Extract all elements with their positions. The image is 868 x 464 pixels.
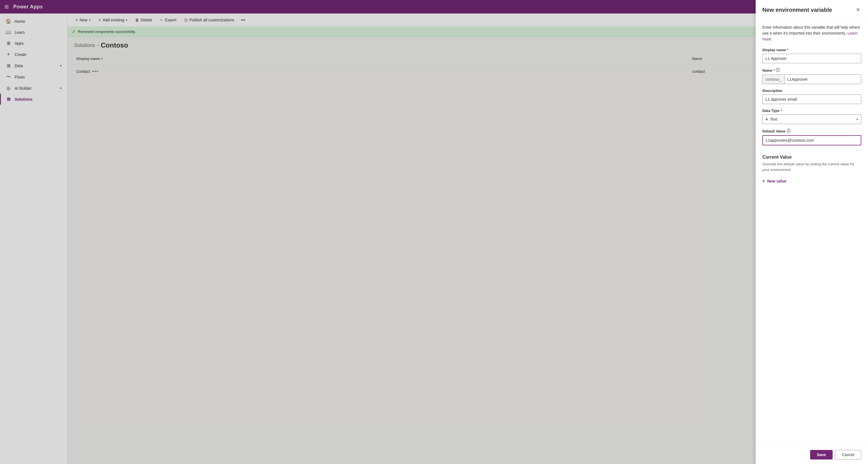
default-value-label-text: Default Value: [763, 129, 785, 133]
data-type-chevron-icon: ▾: [857, 117, 858, 121]
divider: [763, 150, 861, 150]
current-value-title: Current Value: [763, 155, 861, 160]
save-button[interactable]: Save: [810, 450, 833, 460]
new-value-plus-icon: +: [763, 179, 765, 184]
current-value-section: Current Value Override the default value…: [763, 155, 861, 185]
name-required: *: [773, 68, 775, 72]
panel-description: Enter information about this variable th…: [763, 25, 861, 42]
description-label-text: Description: [763, 89, 783, 93]
display-name-field-group: Display name *: [763, 48, 861, 63]
name-label-text: Name: [763, 68, 772, 72]
close-icon: ✕: [856, 7, 860, 13]
description-label: Description: [763, 89, 861, 93]
new-value-label: New value: [767, 179, 786, 183]
panel-description-text: Enter information about this variable th…: [763, 25, 860, 35]
current-value-description: Override the default value by setting th…: [763, 162, 861, 172]
name-prefix: contoso_: [763, 75, 784, 84]
display-name-label-text: Display name: [763, 48, 786, 52]
name-info-icon: ⓘ: [776, 68, 780, 73]
default-value-label: Default Value ⓘ: [763, 128, 861, 134]
name-field-group: Name * ⓘ contoso_: [763, 68, 861, 84]
cancel-button[interactable]: Cancel: [835, 450, 861, 460]
data-type-field-group: Data Type * ≡ Text ▾: [763, 109, 861, 124]
data-type-select[interactable]: ≡ Text ▾: [763, 114, 861, 124]
data-type-value: Text: [770, 117, 854, 121]
data-type-select-icon: ≡: [766, 117, 768, 121]
new-value-button[interactable]: + New value: [763, 177, 786, 185]
panel-overlay: New environment variable ✕ Enter informa…: [0, 0, 868, 464]
display-name-label: Display name *: [763, 48, 861, 52]
description-input[interactable]: [763, 94, 861, 104]
panel-title: New environment variable: [763, 7, 832, 13]
panel-close-button[interactable]: ✕: [855, 6, 861, 14]
name-field-row: contoso_: [763, 75, 861, 84]
display-name-input[interactable]: [763, 54, 861, 63]
name-input[interactable]: [784, 75, 861, 84]
data-type-required: *: [781, 109, 782, 113]
description-field-group: Description: [763, 89, 861, 104]
data-type-label-text: Data Type: [763, 109, 779, 113]
panel-body: Enter information about this variable th…: [756, 19, 868, 445]
panel-footer: Save Cancel: [756, 445, 868, 464]
default-value-input[interactable]: [763, 135, 861, 145]
default-value-field-group: Default Value ⓘ: [763, 128, 861, 145]
name-label: Name * ⓘ: [763, 68, 861, 73]
data-type-select-inner[interactable]: ≡ Text ▾: [763, 115, 861, 124]
display-name-required: *: [787, 48, 788, 52]
panel-header: New environment variable ✕: [756, 0, 868, 19]
data-type-label: Data Type *: [763, 109, 861, 113]
default-value-info-icon: ⓘ: [786, 128, 790, 134]
new-env-variable-panel: New environment variable ✕ Enter informa…: [756, 0, 868, 464]
